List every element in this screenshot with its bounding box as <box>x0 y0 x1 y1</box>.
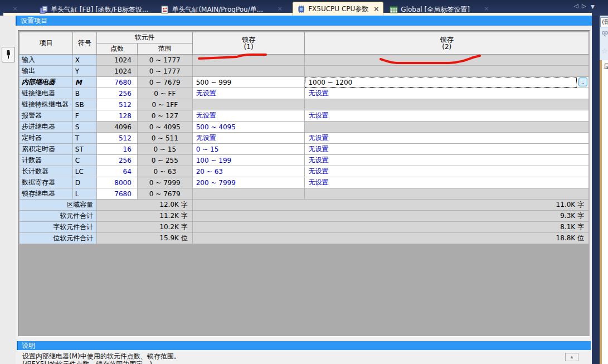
points-cell[interactable]: 16 <box>97 144 138 155</box>
device-row: 链接继电器B2560 ~ FF无设置无设置 <box>20 88 589 99</box>
summary-device-total-cell: 10.2K 字 <box>97 222 192 233</box>
item-cell: 定时器 <box>20 133 73 144</box>
note-body: 设置内部继电器(M)中使用的软元件点数、锁存范围。 (但FX5U的软元件点数、锁… <box>17 350 591 364</box>
device-row: 计数器C2560 ~ 255100 ~ 199无设置 <box>20 155 589 166</box>
latch1-cell-range[interactable]: 100 ~ 199 <box>192 155 305 166</box>
header-range: 范围 <box>137 43 192 55</box>
device-row: 定时器T5120 ~ 511无设置无设置 <box>20 133 589 144</box>
tab-scroll-left-icon[interactable]: ◁ <box>574 3 578 9</box>
cpu-parameter-document: 设置项目 项目 符号 软元件 锁存 (1) <box>16 16 592 364</box>
header-latch2-sub: (2) <box>442 43 451 51</box>
favorites-star-icon[interactable]: ☆ <box>601 47 608 55</box>
latch1-cell-no-setting[interactable]: 无设置 <box>192 133 305 144</box>
summary-label-cell: 软元件合计 <box>20 211 97 222</box>
summary-row: 区域容量12.0K 字11.0K 字 <box>20 200 589 211</box>
note-collapse-button[interactable]: ▲ <box>565 353 578 361</box>
latch1-cell-range[interactable]: 0 ~ 15 <box>192 144 305 155</box>
item-cell: 链接特殊继电器 <box>20 99 73 110</box>
latch2-cell-editing[interactable]: 1000 ~ 1200.. <box>305 77 589 88</box>
header-latch1: 锁存 (1) <box>192 32 305 55</box>
points-cell[interactable]: 256 <box>97 155 138 166</box>
latch2-cell-fixed <box>305 66 589 77</box>
latch1-cell-range[interactable]: 500 ~ 4095 <box>192 122 305 133</box>
points-cell[interactable]: 512 <box>97 99 138 110</box>
tab-list-dropdown-icon[interactable]: ▼ <box>591 4 595 9</box>
latch1-cell-fixed <box>192 99 305 110</box>
device-row: 链接特殊继电器SB5120 ~ 1FF <box>20 99 589 110</box>
header-symbol: 符号 <box>72 32 96 55</box>
pen-tool-icon <box>4 50 12 60</box>
ghost-close-icon: × <box>474 5 499 12</box>
latch2-cell-no-setting[interactable]: 无设置 <box>305 133 589 144</box>
settings-title-bar: 设置项目 <box>16 16 592 26</box>
symbol-cell: T <box>72 133 96 144</box>
document-tab[interactable]: 单头气缸 [FB] [函数/FB标签设... <box>36 4 152 16</box>
latch1-cell-range[interactable]: 500 ~ 999 <box>192 77 305 88</box>
browse-button[interactable]: .. <box>578 77 587 86</box>
header-points: 点数 <box>97 43 138 55</box>
display-target-tab[interactable]: 显 <box>604 62 608 71</box>
item-cell: 步进继电器 <box>20 122 73 133</box>
latch2-cell-no-setting[interactable]: 无设置 <box>305 110 589 122</box>
latch1-cell-no-setting[interactable]: 无设置 <box>192 88 305 99</box>
points-cell[interactable]: 256 <box>97 88 138 99</box>
item-cell: 计数器 <box>20 155 73 166</box>
latch2-cell-no-setting[interactable]: 无设置 <box>305 155 589 166</box>
points-cell: 4096 <box>97 122 138 133</box>
tab-close-icon[interactable]: × <box>373 5 379 13</box>
summary-row: 字软元件合计10.2K 字8.1K 字 <box>20 222 589 233</box>
header-latch2-title: 锁存 <box>440 36 454 43</box>
note-text-line2: (但FX5U的软元件点数、锁存范围为固定。) <box>22 360 152 364</box>
tab-label: Global [全局标签设置] <box>401 5 469 14</box>
points-cell[interactable]: 7680 <box>97 77 138 88</box>
points-cell[interactable]: 128 <box>97 110 138 122</box>
element-search-input[interactable]: (部 <box>600 17 608 27</box>
fb-editor-icon <box>40 6 48 14</box>
device-row: 数据寄存器D80000 ~ 7999200 ~ 7999无设置 <box>20 177 589 188</box>
item-cell: 链接继电器 <box>20 88 73 99</box>
points-cell[interactable]: 64 <box>97 166 138 177</box>
latch2-cell-fixed <box>305 122 589 133</box>
points-cell[interactable]: 7680 <box>97 188 138 200</box>
latch-range-edit-field[interactable]: 1000 ~ 1200 <box>305 77 577 88</box>
tab-label: 单头气缸(MAIN/ProgPou/单... <box>172 5 263 14</box>
side-tool-button[interactable] <box>2 47 15 62</box>
latch1-cell-fixed <box>192 66 305 77</box>
range-cell: 0 ~ 7679 <box>137 188 192 200</box>
latch1-cell-range[interactable]: 200 ~ 7999 <box>192 177 305 188</box>
summary-latch-total-cell: 8.1K 字 <box>192 222 588 233</box>
summary-label-cell: 位软元件合计 <box>20 233 97 244</box>
ghost-close-icon: × <box>267 5 293 12</box>
range-cell: 0 ~ 4095 <box>137 122 192 133</box>
gx-works3-window: ×单头气缸 [FB] [函数/FB标签设...单头气缸(MAIN/ProgPou… <box>0 0 608 364</box>
latch1-cell-range[interactable]: 20 ~ 63 <box>192 166 305 177</box>
latch2-cell-no-setting[interactable]: 无设置 <box>305 177 589 188</box>
device-setting-table: 项目 符号 软元件 锁存 (1) 锁存 (2) 点数 <box>19 32 589 244</box>
latch1-cell-fixed <box>192 55 305 66</box>
document-tab-active[interactable]: FX5UCPU CPU参数× <box>293 2 383 16</box>
header-latch1-title: 锁存 <box>242 36 255 43</box>
find-icon[interactable] <box>601 30 608 38</box>
summary-label-cell: 区域容量 <box>20 200 97 211</box>
points-cell[interactable]: 512 <box>97 133 138 144</box>
latch2-cell-no-setting[interactable]: 无设置 <box>305 144 589 155</box>
summary-device-total-cell: 15.9K 位 <box>97 233 192 244</box>
summary-latch-total-cell: 9.3K 字 <box>192 211 588 222</box>
document-tab[interactable]: 单头气缸(MAIN/ProgPou/单... <box>157 4 267 16</box>
document-tab[interactable]: Global [全局标签设置] <box>386 4 473 16</box>
symbol-cell: L <box>72 188 96 200</box>
range-cell: 0 ~ 7679 <box>137 77 192 88</box>
item-cell: 累积定时器 <box>20 144 73 155</box>
document-tab-bar: ×单头气缸 [FB] [函数/FB标签设...单头气缸(MAIN/ProgPou… <box>0 0 608 16</box>
latch2-cell-fixed <box>305 188 589 200</box>
device-row: 长计数器LC640 ~ 6320 ~ 63无设置 <box>20 166 589 177</box>
latch2-cell-no-setting[interactable]: 无设置 <box>305 166 589 177</box>
latch1-cell-no-setting[interactable]: 无设置 <box>192 110 305 122</box>
tab-scroll-right-icon[interactable]: ▷ <box>582 3 586 9</box>
summary-latch-total-cell: 18.8K 位 <box>192 233 588 244</box>
symbol-cell: ST <box>72 144 96 155</box>
latch2-cell-no-setting[interactable]: 无设置 <box>305 88 589 99</box>
item-cell: 输入 <box>20 55 73 66</box>
points-cell[interactable]: 8000 <box>97 177 138 188</box>
summary-device-total-cell: 12.0K 字 <box>97 200 192 211</box>
